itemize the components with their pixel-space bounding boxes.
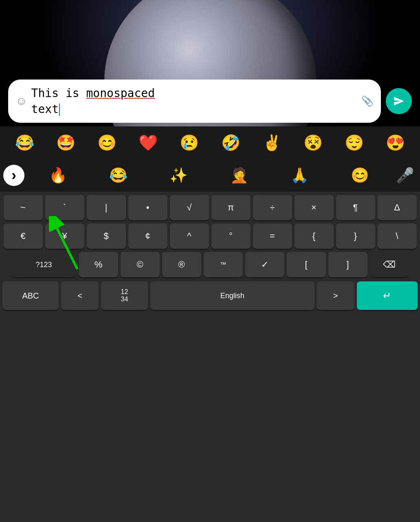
key-open-brace[interactable]: {: [295, 223, 334, 249]
emoji-pray[interactable]: 🙏: [290, 167, 309, 184]
key-equals[interactable]: =: [253, 223, 292, 249]
annotation-arrow: [49, 216, 90, 275]
emoji-smile[interactable]: 😊: [97, 134, 117, 152]
chevron-right-icon: ›: [11, 167, 16, 184]
message-text[interactable]: This is monospaced text: [31, 85, 357, 117]
emoji-sparkle[interactable]: ✨: [169, 167, 188, 184]
emoji-peace[interactable]: ✌️: [262, 134, 281, 152]
key-cent[interactable]: ¢: [128, 223, 167, 249]
key-space[interactable]: English: [150, 281, 314, 310]
key-checkmark[interactable]: ✓: [245, 252, 284, 277]
emoji-dizzy[interactable]: 😵: [303, 134, 323, 152]
emoji-relieved[interactable]: 😌: [345, 134, 364, 152]
send-button[interactable]: [386, 88, 412, 114]
emoji-heart[interactable]: ❤️: [139, 134, 158, 152]
key-close-bracket[interactable]: ]: [328, 252, 367, 277]
emoji-laughing[interactable]: 😂: [15, 134, 34, 152]
emoji-crying[interactable]: 😢: [180, 134, 199, 152]
message-input-area: ☺ This is monospaced text 📎: [8, 80, 412, 123]
keyboard-bottom-row: ABC < 12 34 English > ↵: [2, 281, 418, 310]
key-pilcrow[interactable]: ¶: [336, 195, 375, 220]
key-trademark[interactable]: ™: [204, 252, 243, 277]
emoji-heart-eyes-kiss[interactable]: 🤩: [56, 134, 75, 152]
key-open-bracket[interactable]: [: [287, 252, 326, 277]
svg-line-1: [57, 228, 77, 269]
key-sqrt[interactable]: √: [170, 195, 209, 220]
key-degree[interactable]: °: [211, 223, 251, 249]
key-backslash[interactable]: \: [378, 223, 417, 249]
emoji-nav-prev[interactable]: ›: [3, 165, 24, 186]
key-bullet[interactable]: •: [128, 195, 167, 220]
key-enter[interactable]: ↵: [357, 281, 418, 310]
key-abc[interactable]: ABC: [2, 281, 59, 310]
key-right-arrow[interactable]: >: [317, 281, 354, 310]
key-multiply[interactable]: ×: [295, 195, 334, 220]
emoji-facepalm[interactable]: 🤦: [230, 167, 248, 184]
text-second-line: text: [31, 102, 59, 116]
emoji-grin[interactable]: 😊: [351, 167, 369, 184]
attachment-icon[interactable]: 📎: [361, 95, 374, 107]
text-normal-part: This is: [31, 86, 86, 100]
key-left-arrow[interactable]: <: [61, 281, 99, 310]
key-euro[interactable]: €: [4, 223, 43, 249]
key-numgrid[interactable]: 12 34: [101, 281, 148, 310]
emoji-bar: 😂 🤩 😊 ❤️ 😢 🤣 ✌️ 😵 😌 😍: [0, 126, 420, 159]
key-dollar[interactable]: $: [87, 223, 126, 249]
key-backspace[interactable]: ⌫: [370, 252, 409, 277]
key-close-brace[interactable]: }: [336, 223, 375, 249]
microphone-icon[interactable]: 🎤: [394, 167, 417, 184]
key-pipe[interactable]: |: [87, 195, 126, 220]
emoji-picker-icon[interactable]: ☺: [15, 95, 27, 108]
emoji-rofl[interactable]: 🤣: [221, 134, 240, 152]
emoji-heart-eyes[interactable]: 😍: [386, 134, 405, 152]
text-underlined-part: monospaced: [86, 86, 155, 100]
emoji-suggestions-bar: › 🔥 😂 ✨ 🤦 🙏 😊 🎤: [0, 159, 420, 192]
key-registered[interactable]: ®: [162, 252, 201, 277]
key-tilde[interactable]: ~: [4, 195, 43, 220]
key-divide[interactable]: ÷: [253, 195, 292, 220]
emoji-fire[interactable]: 🔥: [49, 167, 67, 184]
suggested-emojis: 🔥 😂 ✨ 🤦 🙏 😊: [28, 167, 390, 184]
key-pi[interactable]: π: [211, 195, 251, 220]
key-caret[interactable]: ^: [170, 223, 209, 249]
key-delta[interactable]: Δ: [378, 195, 417, 220]
text-cursor: [59, 104, 60, 116]
key-copyright[interactable]: ©: [121, 252, 160, 277]
input-box[interactable]: ☺ This is monospaced text 📎: [8, 80, 381, 123]
emoji-laugh[interactable]: 😂: [109, 167, 128, 184]
